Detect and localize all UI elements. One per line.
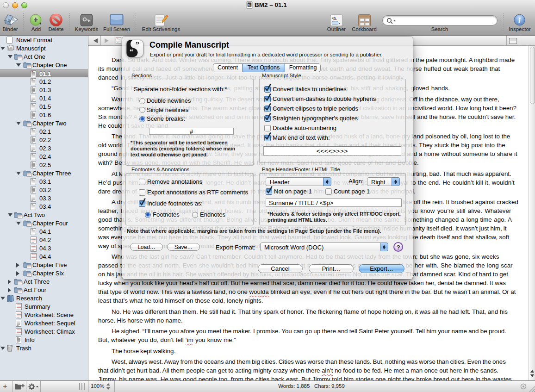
svg-text:“: “ [130, 48, 133, 56]
svg-text:”: ” [136, 41, 139, 49]
svg-text:S: S [248, 3, 251, 7]
svg-text:a.: a. [333, 16, 337, 21]
